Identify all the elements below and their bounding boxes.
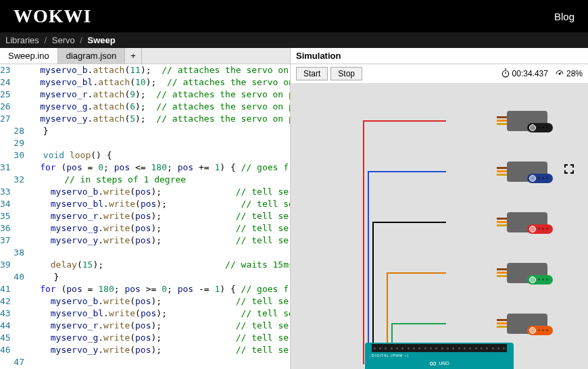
servo-0[interactable] [493, 104, 547, 138]
code-line[interactable]: 25 myservo_r.attach(9); // attaches the … [0, 89, 290, 101]
code-line[interactable]: 26 myservo_g.attach(6); // attaches the … [0, 101, 290, 113]
arduino-digital-label: DIGITAL (PWM ~) [372, 353, 409, 358]
code-line[interactable]: 43 myservo_bl.write(pos); // tell servo [0, 308, 290, 320]
breadcrumb-item[interactable]: Libraries [5, 35, 39, 45]
code-line[interactable]: 40 } [0, 271, 290, 283]
code-line[interactable]: 29 [0, 137, 290, 149]
editor-tabs: Sweep.ino diagram.json + [0, 48, 290, 64]
code-line[interactable]: 28 } [0, 125, 290, 137]
arduino-logo: ∞UNO [429, 358, 449, 368]
fullscreen-icon[interactable] [564, 164, 574, 174]
servo-body [507, 263, 547, 283]
sim-time: 00:34.437 [501, 68, 548, 80]
code-line[interactable]: 39 delay(15); // waits 15ms fo [0, 259, 290, 271]
code-line[interactable]: 30 void loop() { [0, 149, 290, 162]
code-line[interactable]: 37 myservo_y.write(pos); // tell servo [0, 235, 290, 247]
code-line[interactable]: 35 myservo_r.write(pos); // tell servo [0, 210, 290, 222]
tab-add[interactable]: + [125, 48, 142, 64]
servo-horn [527, 224, 553, 234]
code-line[interactable]: 33 myservo_b.write(pos); // tell servo [0, 186, 290, 198]
code-line[interactable]: 31 for (pos = 0; pos <= 180; pos += 1) {… [0, 162, 290, 174]
servo-2[interactable] [493, 205, 547, 239]
simulation-pane: Simulation Start Stop 00:34.437 28% [291, 48, 588, 369]
servo-horn [527, 275, 553, 285]
servo-horn [527, 123, 553, 132]
arduino-pins [372, 344, 507, 352]
servo-body [507, 314, 547, 334]
blog-link[interactable]: Blog [554, 11, 574, 22]
code-line[interactable]: 44 myservo_r.write(pos); // tell servo [0, 320, 290, 332]
app-header: WOKWI Blog [0, 0, 588, 32]
logo[interactable]: WOKWI [14, 5, 91, 27]
servo-body [507, 111, 547, 131]
servo-3[interactable] [493, 256, 547, 290]
stop-button[interactable]: Stop [330, 67, 362, 80]
tab-sweep-ino[interactable]: Sweep.ino [0, 48, 58, 64]
code-line[interactable]: 23 myservo_b.attach(11); // attaches the… [0, 64, 290, 76]
tab-diagram-json[interactable]: diagram.json [58, 48, 125, 64]
breadcrumb-item[interactable]: Servo [52, 35, 75, 45]
code-line[interactable]: 45 myservo_g.write(pos); // tell servo [0, 332, 290, 344]
simulation-canvas[interactable]: DIGITAL (PWM ~) ∞UNO [291, 84, 588, 369]
arduino-board[interactable]: DIGITAL (PWM ~) ∞UNO [365, 343, 514, 369]
code-line[interactable]: 41 for (pos = 180; pos >= 0; pos -= 1) {… [0, 283, 290, 295]
servo-1[interactable] [493, 155, 547, 189]
code-line[interactable]: 36 myservo_g.write(pos); // tell servo [0, 222, 290, 235]
servo-horn [527, 326, 553, 335]
servo-body [507, 212, 547, 232]
start-button[interactable]: Start [296, 67, 328, 80]
breadcrumb-current: Sweep [88, 35, 116, 45]
code-line[interactable]: 34 myservo_bl.write(pos); // tell servo [0, 198, 290, 210]
code-editor[interactable]: 23 myservo_b.attach(11); // attaches the… [0, 64, 290, 369]
servo-body [507, 162, 547, 182]
code-line[interactable]: 47 [0, 356, 290, 368]
code-line[interactable]: 24 myservo_bl.attach(10); // attaches th… [0, 76, 290, 89]
code-line[interactable]: 46 myservo_y.write(pos); // tell servo [0, 344, 290, 356]
stopwatch-icon [501, 68, 510, 80]
svg-point-0 [502, 70, 508, 76]
gauge-icon [555, 68, 564, 80]
code-line[interactable]: 38 [0, 247, 290, 259]
simulation-title: Simulation [296, 51, 341, 61]
servo-horn [527, 174, 553, 183]
editor-pane: Sweep.ino diagram.json + 23 myservo_b.at… [0, 48, 291, 369]
code-line[interactable]: 27 myservo_y.attach(5); // attaches the … [0, 113, 290, 125]
breadcrumb: Libraries / Servo / Sweep [0, 32, 588, 48]
code-line[interactable]: 32 // in steps of 1 degree [0, 174, 290, 186]
servo-4[interactable] [493, 307, 547, 341]
code-line[interactable]: 42 myservo_b.write(pos); // tell servo [0, 295, 290, 308]
sim-performance: 28% [555, 68, 583, 80]
